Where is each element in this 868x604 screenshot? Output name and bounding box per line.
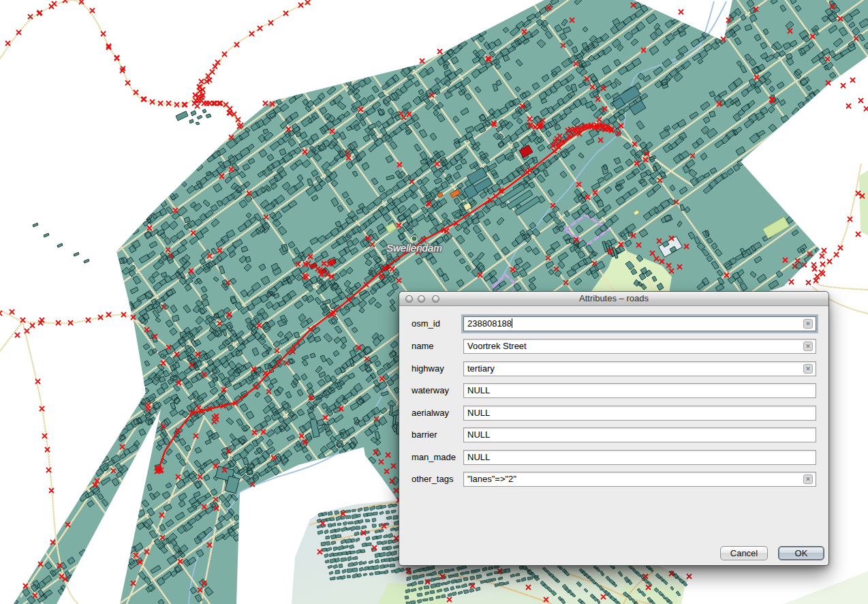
svg-text:Swellendam: Swellendam <box>386 242 442 254</box>
